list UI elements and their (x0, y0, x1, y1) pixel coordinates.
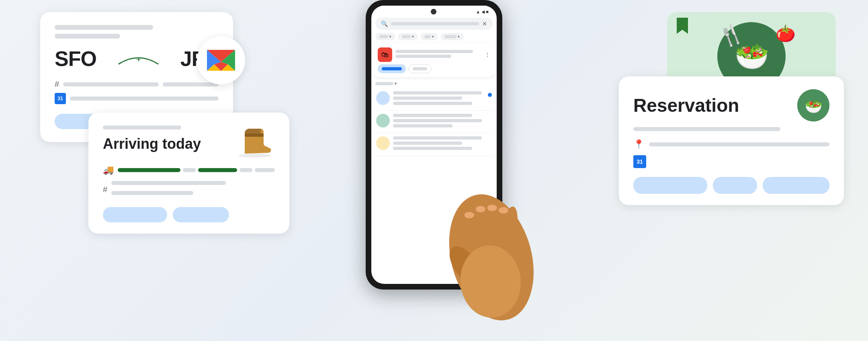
reservation-cta-2[interactable] (713, 177, 757, 194)
chevron-icon-4: ▾ (458, 35, 460, 39)
filter-chip-3[interactable]: ▾ (420, 33, 438, 40)
search-input[interactable] (391, 22, 479, 25)
reservation-title: Reservation (633, 94, 739, 116)
track-empty (255, 168, 275, 172)
location-pin-icon: 📍 (633, 139, 644, 150)
pkg-detail-2 (111, 191, 193, 195)
chip-label-1 (379, 35, 388, 38)
email-sender-3 (393, 136, 482, 140)
svg-point-17 (476, 206, 485, 212)
email-item-2[interactable] (375, 111, 493, 133)
front-camera (431, 9, 436, 14)
featured-chips (378, 64, 490, 73)
tracking-row: 🚚 (103, 165, 275, 175)
calendar-icon-reservation: 31 (633, 155, 646, 168)
chip-label-4 (444, 35, 457, 38)
calendar-details (651, 160, 829, 163)
email-sender-1 (393, 91, 482, 94)
flight-line-1 (55, 25, 153, 30)
email-preview-1 (393, 102, 472, 105)
flight-origin: SFO (55, 47, 96, 71)
email-content-1 (393, 91, 492, 107)
reservation-location-detail (649, 142, 829, 146)
more-options-icon[interactable]: ⋮ (485, 51, 490, 58)
tomato-icon: 🍅 (776, 24, 796, 43)
chip-outlined-label (413, 67, 427, 70)
gmail-icon (197, 36, 245, 84)
dropdown-label (375, 82, 393, 85)
email-subject-1 (393, 97, 462, 100)
pkg-cta-1[interactable] (103, 207, 167, 222)
arriving-title: Arriving today (103, 136, 201, 152)
svg-point-18 (487, 205, 497, 211)
reservation-header: Reservation 🥗 (633, 89, 829, 121)
unread-dot-1 (488, 93, 492, 97)
search-bar[interactable]: 🔍 ✕ (375, 18, 493, 30)
bookmark-icon (677, 18, 688, 34)
hand (423, 177, 560, 330)
avatar-1 (376, 91, 390, 105)
reservation-calendar-row: 31 (633, 155, 829, 168)
email-content-3 (393, 136, 492, 152)
reservation-location-row: 📍 (633, 139, 829, 150)
boot-image (235, 125, 275, 158)
calendar-icon: 31 (55, 93, 66, 104)
track-gap (183, 168, 195, 172)
pkg-hash-row: # (103, 181, 275, 198)
email-sender-2 (393, 114, 472, 117)
feat-chip-outlined[interactable] (408, 64, 432, 73)
reservation-btn-row (633, 177, 829, 194)
feat-chip-active[interactable] (378, 64, 406, 73)
tracking-bars (118, 168, 275, 172)
reservation-card: Reservation 🥗 📍 31 (619, 76, 844, 205)
svg-point-16 (465, 212, 474, 218)
feat-line-2 (395, 55, 451, 58)
email-preview-3 (393, 147, 472, 150)
chip-active-label (382, 67, 402, 70)
pkg-hash-lines (111, 181, 275, 198)
chevron-icon-3: ▾ (432, 35, 434, 39)
bag-icon: 🛍 (378, 47, 392, 62)
flight-line-2 (55, 34, 120, 39)
search-icon: 🔍 (381, 21, 388, 27)
svg-point-19 (499, 207, 508, 214)
avatar-2 (376, 114, 390, 127)
pkg-line-1 (103, 125, 181, 129)
truck-icon: 🚚 (103, 165, 114, 175)
filter-chip-4[interactable]: ▾ (440, 33, 464, 40)
pkg-btn-row (103, 207, 275, 222)
track-filled-1 (118, 168, 180, 172)
pkg-detail-1 (111, 181, 226, 185)
featured-email[interactable]: 🛍 ⋮ (373, 43, 495, 77)
dropdown-arrow: ▾ (395, 81, 397, 86)
chip-label-3 (424, 35, 431, 38)
avatar-3 (376, 136, 390, 150)
reservation-cta-3[interactable] (763, 177, 829, 194)
flight-meta-row: # (55, 80, 219, 89)
flight-card-lines (55, 25, 219, 39)
flight-route: SFO ✈ JFK (55, 47, 219, 71)
feat-line-1 (395, 50, 473, 53)
email-item-3[interactable] (375, 133, 493, 156)
email-subject-2 (393, 119, 482, 122)
flight-arrow: ✈ (101, 51, 176, 66)
status-bar: ▲ ◀ ■ (371, 6, 497, 16)
filter-chip-1[interactable]: ▾ (375, 33, 395, 40)
svg-rect-8 (245, 134, 264, 137)
track-filled-2 (198, 168, 237, 172)
close-icon[interactable]: ✕ (482, 21, 487, 27)
hashtag-icon: # (55, 80, 59, 89)
email-item-1[interactable] (375, 88, 493, 111)
svg-point-7 (239, 154, 271, 158)
calendar-row: 31 (55, 93, 219, 104)
filter-chip-2[interactable]: ▾ (398, 33, 418, 40)
package-header: Arriving today (103, 125, 275, 158)
reservation-cta-1[interactable] (633, 177, 707, 194)
pkg-cta-2[interactable] (173, 207, 229, 222)
svg-text:✈: ✈ (136, 56, 141, 63)
calendar-detail-line (70, 97, 219, 101)
email-content-2 (393, 114, 492, 129)
track-gap-2 (240, 168, 252, 172)
dropdown-row[interactable]: ▾ (375, 81, 493, 86)
featured-email-header: 🛍 ⋮ (378, 47, 490, 62)
